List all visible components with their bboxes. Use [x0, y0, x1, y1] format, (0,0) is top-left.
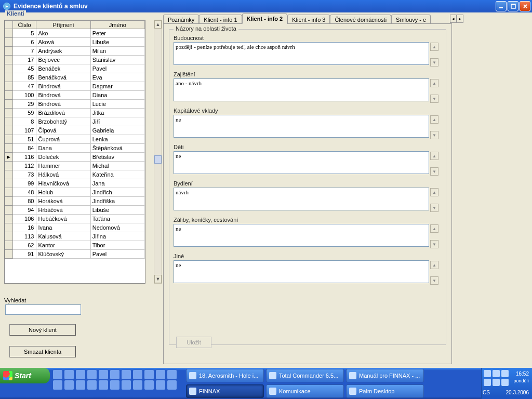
spin-down-icon[interactable]: ▼ — [430, 131, 438, 139]
tab--lenov-dom-cnosti[interactable]: Členové domácnosti — [330, 15, 391, 24]
row-selector[interactable] — [5, 109, 13, 117]
ql-icon[interactable] — [64, 370, 74, 379]
table-row[interactable]: 16IvanaNedomová — [5, 223, 145, 232]
tray-icon[interactable] — [493, 370, 500, 377]
ql-icon[interactable] — [156, 370, 165, 379]
ql-icon[interactable] — [133, 370, 142, 379]
ql-icon[interactable] — [122, 380, 131, 390]
row-selector[interactable] — [5, 135, 13, 144]
clients-table[interactable]: Číslo Příjmení Jméno 5AkoPeter6AkováLibu… — [4, 20, 145, 284]
row-selector[interactable] — [5, 250, 13, 259]
row-selector[interactable] — [5, 223, 13, 232]
task-button[interactable]: Total Commander 6.5... — [266, 369, 344, 382]
tray-icon[interactable] — [484, 370, 491, 377]
table-row[interactable]: 29BindrováLucie — [5, 100, 145, 109]
row-selector[interactable] — [5, 241, 13, 250]
row-selector[interactable] — [5, 29, 13, 38]
table-row[interactable]: ▶116DolečekBřetislav — [5, 153, 145, 162]
col-lastname[interactable]: Příjmení — [36, 21, 90, 29]
tab-klient-info-3[interactable]: Klient - info 3 — [287, 15, 330, 24]
window-minimize-button[interactable] — [496, 1, 507, 11]
spin-up-icon[interactable]: ▲ — [430, 43, 438, 51]
row-selector[interactable] — [5, 91, 13, 100]
table-row[interactable]: 59BrázdilováJitka — [5, 109, 145, 117]
tab-scroll-right-icon[interactable]: ▸ — [457, 15, 463, 23]
row-selector[interactable] — [5, 126, 13, 135]
ql-icon[interactable] — [87, 370, 97, 379]
table-row[interactable]: 113KalusováJiřina — [5, 232, 145, 241]
spin-up-icon[interactable]: ▲ — [430, 115, 438, 124]
field-input[interactable] — [174, 78, 429, 101]
col-number[interactable]: Číslo — [12, 21, 36, 29]
field-input[interactable] — [174, 260, 429, 283]
start-button[interactable]: Start — [0, 368, 50, 383]
tray-icon[interactable] — [501, 379, 509, 386]
language-indicator[interactable]: CS — [483, 390, 490, 395]
tab-smlouvy-e[interactable]: Smlouvy - e — [391, 15, 431, 24]
spin-up-icon[interactable]: ▲ — [430, 188, 438, 196]
ql-icon[interactable] — [167, 380, 177, 390]
row-selector[interactable] — [5, 38, 13, 47]
row-selector[interactable] — [5, 170, 13, 179]
ql-icon[interactable] — [99, 380, 108, 390]
table-row[interactable]: 6AkováLibuše — [5, 38, 145, 47]
spin-down-icon[interactable]: ▼ — [430, 204, 438, 212]
table-row[interactable]: 85BenáčkováEva — [5, 73, 145, 82]
ql-icon[interactable] — [53, 370, 62, 379]
spin-down-icon[interactable]: ▼ — [430, 58, 438, 66]
ql-icon[interactable] — [144, 370, 154, 379]
field-input[interactable] — [174, 151, 429, 174]
spin-down-icon[interactable]: ▼ — [430, 276, 438, 285]
new-client-button[interactable]: Nový klient — [9, 324, 76, 336]
task-button[interactable]: FINNAX — [186, 384, 264, 398]
table-row[interactable]: 51ČuprováLenka — [5, 135, 145, 144]
spin-up-icon[interactable]: ▲ — [430, 152, 438, 160]
delete-client-button[interactable]: Smazat klienta — [9, 346, 76, 357]
ql-icon[interactable] — [167, 370, 177, 379]
spin-up-icon[interactable]: ▲ — [430, 224, 438, 233]
window-maximize-button[interactable] — [508, 1, 518, 11]
row-selector[interactable] — [5, 100, 13, 109]
table-row[interactable]: 107ČípováGabriela — [5, 126, 145, 135]
task-button[interactable]: Komunikace — [266, 384, 344, 398]
table-row[interactable]: 47BindrováDagmar — [5, 82, 145, 91]
tab-klient-info-1[interactable]: Klient - info 1 — [199, 15, 242, 24]
ql-icon[interactable] — [110, 380, 119, 390]
row-selector[interactable] — [5, 73, 13, 82]
row-selector[interactable]: ▶ — [5, 153, 13, 162]
row-selector[interactable] — [5, 56, 13, 64]
row-selector[interactable] — [5, 47, 13, 56]
row-selector[interactable] — [5, 162, 13, 170]
tray-icon[interactable] — [501, 370, 509, 377]
table-row[interactable]: 5AkoPeter — [5, 29, 145, 38]
table-row[interactable]: 106HubáčkováTaťána — [5, 215, 145, 223]
table-row[interactable]: 91KlúčovskýPavel — [5, 250, 145, 259]
ql-icon[interactable] — [76, 380, 85, 390]
table-row[interactable]: 17BejlovecStanislav — [5, 56, 145, 64]
spin-up-icon[interactable]: ▲ — [430, 261, 438, 269]
ql-icon[interactable] — [53, 380, 62, 390]
field-input[interactable] — [174, 224, 429, 247]
spin-up-icon[interactable]: ▲ — [430, 79, 438, 87]
row-selector[interactable] — [5, 64, 13, 73]
table-row[interactable]: 94HrbáčováLibuše — [5, 206, 145, 215]
field-input[interactable] — [174, 188, 429, 210]
spin-down-icon[interactable]: ▼ — [430, 240, 438, 248]
table-row[interactable]: 112HammerMichal — [5, 162, 145, 170]
row-selector[interactable] — [5, 144, 13, 153]
table-row[interactable]: 100BindrováDiana — [5, 91, 145, 100]
row-selector[interactable] — [5, 188, 13, 197]
tray-icon[interactable] — [484, 379, 491, 386]
ql-icon[interactable] — [64, 380, 74, 390]
ql-icon[interactable] — [144, 380, 154, 390]
row-selector[interactable] — [5, 82, 13, 91]
tab-pozn-mky[interactable]: Poznámky — [163, 15, 199, 24]
row-selector[interactable] — [5, 179, 13, 188]
tab-scroll-left-icon[interactable]: ◂ — [450, 15, 457, 23]
spin-down-icon[interactable]: ▼ — [430, 167, 438, 176]
ql-icon[interactable] — [76, 370, 85, 379]
table-row[interactable]: 99HlavničkováJana — [5, 179, 145, 188]
row-selector[interactable] — [5, 117, 13, 126]
ql-icon[interactable] — [110, 370, 119, 379]
table-row[interactable]: 8BrzobohatýJiří — [5, 117, 145, 126]
